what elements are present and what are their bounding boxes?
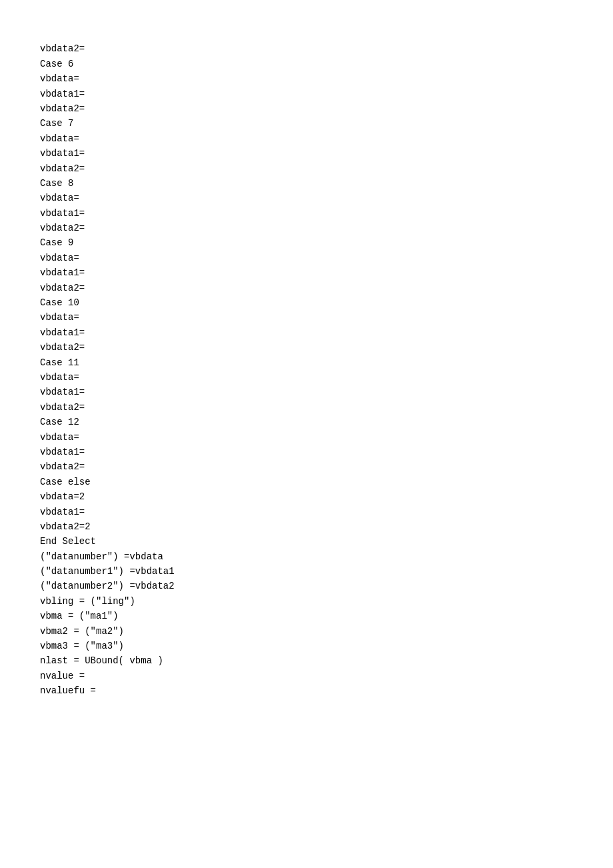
code-line: vbdata1=	[40, 325, 573, 340]
code-line: vbdata2=	[40, 340, 573, 355]
code-line: nvalue =	[40, 669, 573, 683]
code-line: vbma = ("ma1")	[40, 609, 573, 623]
code-line: vbdata2=	[40, 459, 573, 474]
code-line: vbdata2=	[40, 101, 573, 116]
code-line: Case 9	[40, 235, 573, 250]
code-line: End Select	[40, 534, 573, 549]
code-line: vbma3 = ("ma3")	[40, 639, 573, 653]
code-line: Case 10	[40, 295, 573, 310]
code-line: vbdata1=	[40, 385, 573, 399]
code-line: vbling = ("ling")	[40, 594, 573, 609]
code-line: nvaluefu =	[40, 683, 573, 698]
code-line: vbdata2=2	[40, 519, 573, 534]
code-line: Case 11	[40, 355, 573, 370]
code-line: ("datanumber2") =vbdata2	[40, 579, 573, 593]
code-line: vbma2 = ("ma2")	[40, 624, 573, 639]
code-line: vbdata=	[40, 71, 573, 86]
code-line: vbdata2=	[40, 281, 573, 295]
code-block: vbdata2=Case 6vbdata=vbdata1=vbdata2=Cas…	[40, 27, 573, 699]
code-line: vbdata=	[40, 251, 573, 265]
code-line: Case 8	[40, 176, 573, 191]
code-line: vbdata2=	[40, 221, 573, 235]
code-line: vbdata1=	[40, 87, 573, 101]
code-line: vbdata1=	[40, 265, 573, 280]
code-line: ("datanumber") =vbdata	[40, 549, 573, 564]
code-line: vbdata1=	[40, 146, 573, 161]
code-line: vbdata1=	[40, 505, 573, 519]
code-line: vbdata2=	[40, 41, 573, 56]
code-line: vbdata=	[40, 131, 573, 146]
code-line: vbdata1=	[40, 445, 573, 459]
code-line: vbdata=	[40, 191, 573, 205]
code-line: ("datanumber1") =vbdata1	[40, 564, 573, 579]
code-line: vbdata2=	[40, 161, 573, 176]
code-line: vbdata=	[40, 310, 573, 325]
code-line: vbdata1=	[40, 206, 573, 221]
code-line: vbdata=	[40, 370, 573, 385]
code-line: Case 12	[40, 415, 573, 429]
code-line: Case 7	[40, 116, 573, 131]
code-line: vbdata=2	[40, 489, 573, 504]
code-line: Case else	[40, 475, 573, 489]
code-line: vbdata2=	[40, 400, 573, 415]
code-line: vbdata=	[40, 430, 573, 445]
code-line: nlast = UBound( vbma )	[40, 653, 573, 668]
code-line: Case 6	[40, 57, 573, 71]
